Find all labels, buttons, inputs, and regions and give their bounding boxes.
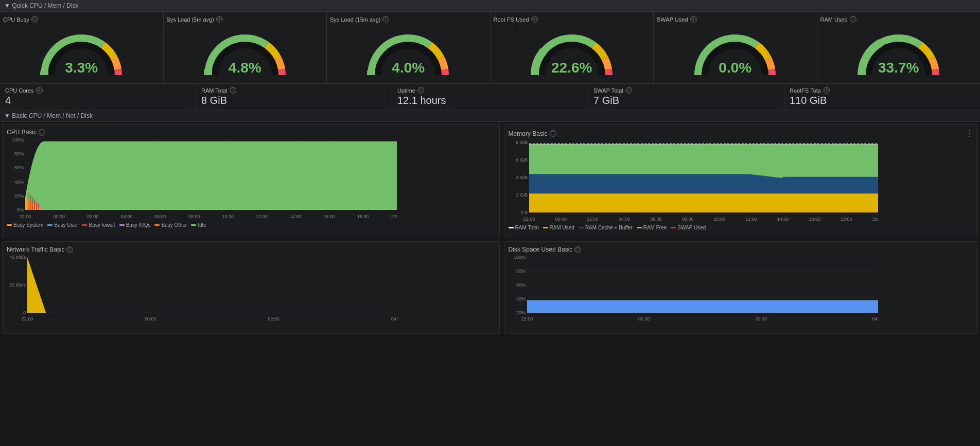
gauge-container-root-fs: 22.6% (494, 24, 651, 80)
legend-color (579, 227, 584, 228)
memory-chart-menu[interactable]: ⋮ (965, 129, 973, 138)
disk-space-panel: Disk Space Used Basic ⓘ (504, 241, 978, 334)
gauge-value-cpu-busy: 3.3% (65, 60, 98, 76)
stat-info-3[interactable]: ⓘ (625, 87, 632, 94)
legend-label: Busy Iowait (89, 222, 115, 228)
stat-cell-2: Uptimeⓘ12.1 hours (392, 84, 588, 110)
gauge-panel-root-fs: Root FS Usedⓘ22.6% (491, 12, 654, 83)
gauge-title-ram-used: RAM Usedⓘ (820, 16, 977, 23)
legend-label: Idle (198, 222, 206, 228)
memory-basic-chart-area (509, 140, 973, 223)
legend-color (154, 224, 160, 226)
gauge-title-swap-used: SWAP Usedⓘ (657, 16, 814, 23)
stat-value-2: 12.1 hours (397, 95, 583, 106)
legend-label: RAM Total (515, 225, 539, 230)
legend-label: RAM Cache + Buffer (585, 225, 633, 230)
gauge-title-sys-load-15m: Sys Load (15m avg)ⓘ (330, 16, 487, 23)
gauge-title-root-fs: Root FS Usedⓘ (494, 16, 651, 23)
legend-label: Busy Other (161, 222, 187, 228)
stat-value-3: 7 GiB (593, 95, 779, 106)
legend-item: RAM Used (543, 225, 574, 230)
network-canvas (7, 255, 398, 322)
section-header-quick[interactable]: ▼ Quick CPU / Mem / Disk (0, 0, 980, 12)
stats-row: CPU Coresⓘ4RAM Totalⓘ8 GiBUptimeⓘ12.1 ho… (0, 84, 980, 110)
stat-info-4[interactable]: ⓘ (823, 87, 830, 94)
gauge-container-sys-load-15m: 4.0% (330, 24, 487, 80)
disk-canvas (509, 255, 879, 322)
stat-label-0: CPU Coresⓘ (5, 87, 190, 94)
legend-color (119, 224, 125, 226)
legend-color (543, 227, 548, 228)
stat-label-4: RootFS Totaⓘ (790, 87, 975, 94)
cpu-basic-panel: CPU Basic ⓘ Busy SystemBusy UserBusy Iow… (2, 124, 500, 237)
stat-label-2: Uptimeⓘ (397, 87, 583, 94)
stat-info-1[interactable]: ⓘ (230, 87, 236, 94)
gauge-value-ram-used: 33.7% (878, 60, 919, 76)
gauge-info-root-fs[interactable]: ⓘ (531, 16, 538, 23)
legend-item: Busy IRQs (119, 222, 151, 228)
gauge-info-cpu-busy[interactable]: ⓘ (31, 16, 38, 23)
bottom-charts-row: Network Traffic Basic ⓘ Disk Space Used … (0, 239, 980, 336)
disk-space-title: Disk Space Used Basic ⓘ (509, 246, 973, 253)
stat-cell-1: RAM Totalⓘ8 GiB (196, 84, 392, 110)
legend-item: Busy User (47, 222, 78, 228)
stat-label-1: RAM Totalⓘ (201, 87, 387, 94)
gauge-container-swap-used: 0.0% (657, 24, 814, 80)
gauge-container-sys-load-5m: 4.8% (167, 24, 324, 80)
legend-color (47, 224, 52, 226)
memory-basic-panel: Memory Basic ⓘ ⋮ RAM TotalRAM UsedRAM Ca… (504, 124, 978, 237)
legend-item: Busy System (7, 222, 43, 228)
gauge-value-sys-load-5m: 4.8% (229, 60, 261, 76)
gauge-value-swap-used: 0.0% (719, 60, 751, 76)
main-charts-row: CPU Basic ⓘ Busy SystemBusy UserBusy Iow… (0, 122, 980, 239)
stat-info-2[interactable]: ⓘ (417, 87, 424, 94)
cpu-basic-info-icon[interactable]: ⓘ (39, 129, 45, 136)
memory-basic-canvas (509, 140, 879, 223)
gauge-info-sys-load-5m[interactable]: ⓘ (216, 16, 223, 23)
legend-item: RAM Cache + Buffer (579, 225, 633, 230)
section-header-basic[interactable]: ▼ Basic CPU / Mem / Net / Disk (0, 110, 980, 122)
section-title-quick: ▼ Quick CPU / Mem / Disk (4, 2, 79, 9)
stat-cell-0: CPU Coresⓘ4 (0, 84, 196, 110)
network-info-icon[interactable]: ⓘ (66, 246, 73, 253)
legend-item: Idle (191, 222, 206, 228)
disk-info-icon[interactable]: ⓘ (574, 246, 581, 253)
legend-label: Busy User (54, 222, 78, 228)
legend-label: RAM Used (550, 225, 574, 230)
cpu-basic-chart-area (7, 138, 495, 220)
stat-cell-3: SWAP Totalⓘ7 GiB (588, 84, 784, 110)
gauge-panel-cpu-busy: CPU Busyⓘ3.3% (0, 12, 164, 83)
network-traffic-panel: Network Traffic Basic ⓘ (2, 241, 500, 334)
section-title-basic: ▼ Basic CPU / Mem / Net / Disk (4, 112, 93, 119)
gauge-value-sys-load-15m: 4.0% (392, 60, 425, 76)
gauge-info-sys-load-15m[interactable]: ⓘ (382, 16, 389, 23)
legend-color (509, 227, 514, 228)
legend-color (637, 227, 642, 228)
cpu-basic-canvas (7, 138, 398, 220)
legend-color (82, 224, 87, 226)
stat-info-0[interactable]: ⓘ (36, 87, 43, 94)
memory-basic-title: Memory Basic ⓘ ⋮ (509, 129, 973, 138)
gauge-value-root-fs: 22.6% (551, 60, 592, 76)
gauge-title-cpu-busy: CPU Busyⓘ (3, 16, 160, 23)
legend-item: RAM Total (509, 225, 539, 230)
gauge-container-cpu-busy: 3.3% (3, 24, 160, 80)
stat-value-0: 4 (5, 95, 190, 106)
legend-item: Busy Iowait (82, 222, 115, 228)
gauge-info-ram-used[interactable]: ⓘ (850, 16, 856, 23)
legend-item: RAM Free (637, 225, 667, 230)
legend-color (7, 224, 12, 226)
stat-value-1: 8 GiB (201, 95, 387, 106)
legend-label: RAM Free (643, 225, 667, 230)
legend-label: Busy IRQs (126, 222, 151, 228)
cpu-basic-legend: Busy SystemBusy UserBusy IowaitBusy IRQs… (7, 222, 495, 228)
legend-color (671, 227, 676, 228)
network-traffic-title: Network Traffic Basic ⓘ (7, 246, 495, 253)
disk-chart-area (509, 255, 973, 322)
gauge-info-swap-used[interactable]: ⓘ (690, 16, 697, 23)
stat-label-3: SWAP Totalⓘ (593, 87, 779, 94)
legend-item: Busy Other (154, 222, 187, 228)
gauge-panel-ram-used: RAM Usedⓘ33.7% (817, 12, 981, 83)
memory-basic-info-icon[interactable]: ⓘ (550, 130, 556, 137)
legend-label: SWAP Used (677, 225, 706, 230)
